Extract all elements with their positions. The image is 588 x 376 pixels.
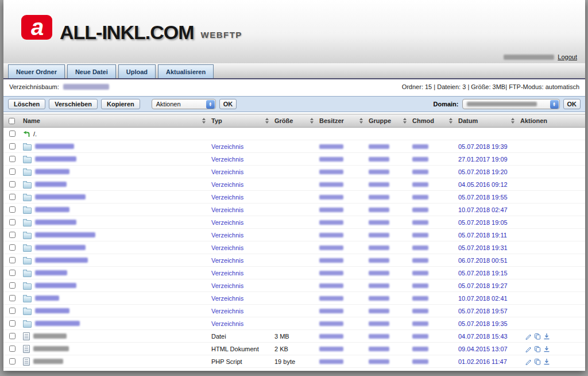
row-checkbox[interactable]	[9, 282, 16, 289]
redacted-name[interactable]	[35, 194, 86, 199]
redacted-name[interactable]	[35, 182, 67, 187]
redacted-name[interactable]	[35, 232, 95, 237]
redacted-group	[369, 296, 389, 301]
column-header-besitzer[interactable]: Besitzer	[317, 117, 366, 124]
tab-new-file[interactable]: Neue Datei	[67, 64, 116, 78]
type-link[interactable]: Verzeichnis	[211, 194, 243, 201]
redacted-name[interactable]	[35, 169, 69, 174]
tab-refresh[interactable]: Aktualisieren	[158, 64, 214, 78]
row-checkbox[interactable]	[9, 206, 16, 213]
row-checkbox[interactable]	[9, 156, 16, 162]
row-checkbox[interactable]	[9, 270, 16, 276]
row-checkbox[interactable]	[9, 257, 16, 263]
redacted-name[interactable]	[35, 245, 86, 250]
row-checkbox[interactable]	[9, 194, 16, 200]
actions-ok-button[interactable]: OK	[219, 99, 237, 109]
type-link[interactable]: Verzeichnis	[211, 219, 243, 226]
row-checkbox[interactable]	[9, 181, 16, 187]
sort-icon[interactable]	[265, 118, 269, 124]
row-checkbox[interactable]	[9, 358, 16, 365]
row-checkbox[interactable]	[9, 143, 16, 149]
column-header-name[interactable]: Name	[21, 117, 209, 124]
type-link[interactable]: Verzeichnis	[211, 295, 243, 302]
column-header-chmod[interactable]: Chmod	[410, 117, 456, 124]
copy-icon[interactable]	[534, 333, 541, 340]
type-link[interactable]: Verzeichnis	[211, 257, 243, 264]
edit-icon[interactable]	[525, 333, 532, 340]
redacted-name[interactable]	[35, 283, 76, 288]
row-checkbox[interactable]	[9, 308, 16, 314]
row-checkbox[interactable]	[9, 320, 16, 327]
type-link[interactable]: PHP Script	[211, 358, 242, 365]
webftp-window: a ALL-INKL.COM WEBFTP Logout Neuer Ordne…	[3, 0, 585, 371]
type-link[interactable]: Verzeichnis	[211, 320, 243, 327]
download-icon[interactable]	[543, 333, 550, 340]
sort-icon[interactable]	[403, 118, 407, 124]
select-all-checkbox[interactable]	[9, 118, 15, 124]
row-checkbox[interactable]	[9, 131, 16, 137]
redacted-name[interactable]	[35, 220, 76, 225]
redacted-name[interactable]	[35, 270, 67, 275]
row-checkbox[interactable]	[9, 333, 16, 339]
column-header-gruppe[interactable]: Gruppe	[366, 117, 410, 124]
row-checkbox[interactable]	[9, 295, 16, 301]
redacted-name[interactable]	[33, 333, 67, 339]
copy-icon[interactable]	[534, 346, 541, 352]
redacted-group	[369, 347, 389, 351]
copy-icon[interactable]	[534, 358, 541, 365]
sort-icon[interactable]	[310, 118, 314, 124]
type-link[interactable]: Verzeichnis	[211, 181, 243, 188]
type-link[interactable]: Verzeichnis	[211, 244, 243, 251]
edit-icon[interactable]	[525, 358, 532, 365]
column-header-datum[interactable]: Datum	[456, 117, 518, 124]
type-link[interactable]: Verzeichnis	[211, 206, 243, 213]
column-header-groesse[interactable]: Größe	[272, 117, 317, 124]
redacted-name[interactable]	[33, 359, 63, 364]
row-type-icon	[23, 195, 32, 201]
type-link[interactable]: HTML Dokument	[211, 346, 259, 352]
redacted-chmod	[412, 170, 428, 174]
type-link[interactable]: Verzeichnis	[211, 168, 243, 175]
column-header-typ[interactable]: Typ	[209, 117, 272, 124]
download-icon[interactable]	[543, 358, 550, 365]
delete-button[interactable]: Löschen	[8, 99, 45, 109]
type-link[interactable]: Verzeichnis	[211, 232, 243, 239]
sort-icon[interactable]	[202, 118, 206, 124]
row-checkbox[interactable]	[9, 168, 16, 175]
logout-link[interactable]: Logout	[558, 53, 577, 60]
row-checkbox[interactable]	[9, 232, 16, 238]
redacted-name[interactable]	[35, 144, 74, 149]
tab-new-folder[interactable]: Neuer Ordner	[8, 64, 65, 78]
row-checkbox[interactable]	[9, 219, 16, 225]
parent-dir-link[interactable]: /.	[33, 131, 37, 137]
date-cell: 01.02.2016 11:47	[458, 358, 507, 365]
copy-button[interactable]: Kopieren	[101, 99, 140, 109]
tab-upload[interactable]: Upload	[118, 64, 156, 78]
type-link[interactable]: Datei	[211, 333, 226, 340]
edit-icon[interactable]	[525, 346, 532, 352]
row-checkbox[interactable]	[9, 244, 16, 251]
move-button[interactable]: Verschieben	[49, 99, 98, 109]
redacted-name[interactable]	[35, 296, 59, 301]
domain-ok-button[interactable]: OK	[563, 99, 581, 109]
actions-select[interactable]: Aktionen ▲▼	[152, 99, 216, 109]
type-link[interactable]: Verzeichnis	[211, 308, 243, 314]
download-icon[interactable]	[543, 346, 550, 352]
redacted-name[interactable]	[35, 321, 80, 326]
domain-select[interactable]: ▲▼	[462, 99, 560, 109]
type-link[interactable]: Verzeichnis	[211, 156, 243, 163]
sort-icon[interactable]	[449, 118, 452, 124]
type-link[interactable]: Verzeichnis	[211, 270, 243, 277]
redacted-path	[63, 84, 109, 90]
redacted-name[interactable]	[35, 258, 88, 263]
sort-icon[interactable]	[511, 118, 514, 124]
type-link[interactable]: Verzeichnis	[211, 282, 243, 289]
redacted-chmod	[412, 309, 428, 313]
row-checkbox[interactable]	[9, 346, 16, 352]
redacted-name[interactable]	[35, 207, 69, 212]
redacted-name[interactable]	[35, 156, 76, 162]
type-link[interactable]: Verzeichnis	[211, 143, 243, 150]
redacted-name[interactable]	[35, 308, 69, 313]
sort-icon[interactable]	[359, 118, 363, 124]
redacted-name[interactable]	[33, 346, 69, 351]
